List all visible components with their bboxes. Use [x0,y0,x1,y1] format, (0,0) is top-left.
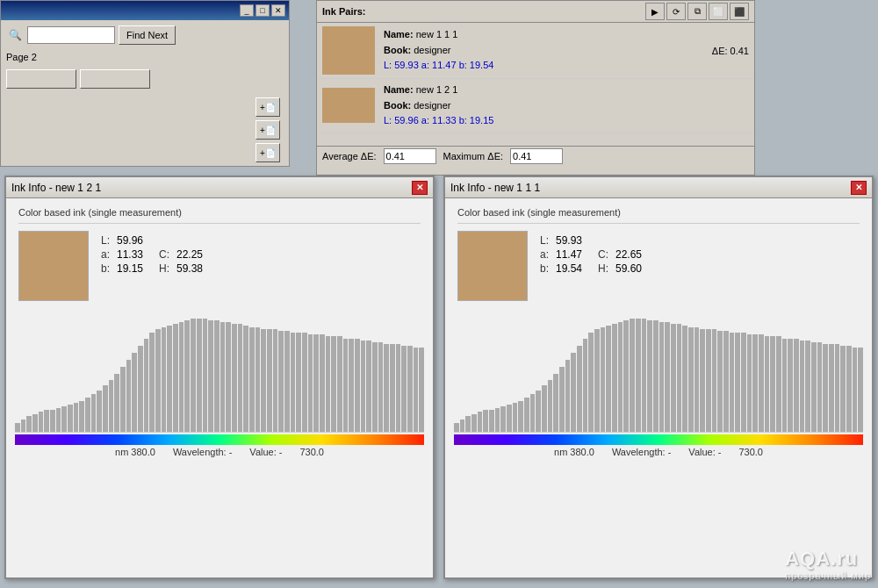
ink-info-right-values: L: 59.93 a: 11.47 C: 22.65 b: 19.54 H: 5… [540,231,651,275]
spectrum-bar [495,408,500,432]
spectrum-bar [15,423,20,432]
ink-info-right-title: Ink Info - new 1 1 1 [450,182,540,194]
spectrum-bar [659,322,665,432]
spectrum-bar [542,385,547,432]
spectrum-bar [513,403,518,432]
ink-info-right-close[interactable]: ✕ [851,181,867,195]
bg-btn-2[interactable] [80,69,150,89]
ink-info-right-titlebar: Ink Info - new 1 1 1 ✕ [445,177,872,198]
spectrum-bar [74,403,79,432]
spectrum-bar [343,339,349,432]
spectrum-bar [571,353,576,432]
spectrum-bar [465,416,471,432]
spectrum-bar [56,408,61,432]
spectrum-bar [630,319,635,432]
ink-info-right-swatch [457,231,528,301]
spectrum-bar [120,367,126,432]
ink-pairs-header: Ink Pairs: ▶ ⟳ ⧉ ⬜ ⬛ [317,1,754,23]
spectrum-bar [460,419,465,432]
a-label-left: a: [101,248,110,261]
add-icon-2[interactable]: +📄 [255,120,280,140]
maximize-btn[interactable]: □ [255,4,270,17]
b-value-right: 19.54 [556,262,591,275]
spectrum-bar [138,346,143,432]
spectrum-bar [26,416,32,432]
spectrum-bar [302,333,307,432]
spectrum-bar [155,329,161,432]
ink-info-left-swatch [18,231,89,301]
spectrum-bar [249,327,255,432]
spectrum-bar [618,322,623,432]
L-value-right: 59.93 [556,234,591,247]
spectrum-bar [765,336,770,432]
b-label-left: b: [101,262,110,275]
spectrum-bar [747,334,752,432]
bg-buttons [6,69,284,89]
spectrum-bar [91,394,97,432]
spectrum-bar [717,331,723,432]
spectrum-bar [489,410,494,432]
spectrum-bar [21,419,26,432]
L-value-left: 59.96 [117,234,152,247]
spectrum-bar [606,326,611,432]
empty3 [598,234,608,247]
ink-info-left-close[interactable]: ✕ [412,181,428,195]
spectrum-bar [588,333,594,432]
search-input[interactable] [27,26,115,44]
wavelength-row-right: nm 380.0 Wavelength: - Value: - 730.0 [454,447,863,457]
spectrum-bar [349,339,354,432]
spectrum-bar [478,412,483,432]
spectrum-bar [671,324,676,432]
spectrum-right: nm 380.0 Wavelength: - Value: - 730.0 [445,319,872,457]
minimize-btn[interactable]: _ [240,4,254,17]
add-icon-3[interactable]: +📄 [255,143,280,162]
spectrum-bar [677,324,682,432]
spectrum-bar [548,380,553,432]
spectrum-bar [267,329,272,432]
ink-row-1[interactable]: Name: new 1 1 1 Book: designer L: 59.93 … [317,23,754,79]
spectrum-bars-right [454,319,863,433]
toolbar-btn-5[interactable]: ⬛ [730,3,749,20]
spectrum-bar [805,341,810,432]
spectrum-bar [39,412,44,432]
spectrum-bar [273,329,278,432]
toolbar-btn-2[interactable]: ⟳ [666,3,686,20]
spectrum-bar [483,410,488,432]
spectrum-bar [700,329,705,432]
wavelength-label-left: Wavelength: - [173,447,232,457]
ink-info-left-body: Color based ink (single measurement) L: … [6,198,433,319]
spectrum-bar [79,401,84,432]
ink-pairs-panel: Ink Pairs: ▶ ⟳ ⧉ ⬜ ⬛ Name: new 1 1 1 Boo… [316,0,755,176]
empty2 [176,234,212,247]
spectrum-bar [653,320,658,432]
toolbar-btn-1[interactable]: ▶ [645,3,665,20]
bg-btn-1[interactable] [6,69,76,89]
spectrum-bar [226,322,231,432]
spectrum-bar [132,353,137,432]
spectrum-bar [623,320,629,432]
add-icon-1[interactable]: +📄 [255,97,280,117]
spectrum-bar [296,333,301,432]
spectrum-bar [518,401,523,432]
spectrum-bar [759,334,764,432]
spectrum-bar [103,385,108,432]
rainbow-right [454,434,863,445]
H-value-left: 59.38 [176,262,212,275]
ink-swatch-1 [322,26,375,75]
value-label-left: Value: - [249,447,282,457]
close-btn[interactable]: ✕ [271,4,285,17]
ink-info-left-measurement: L: 59.96 a: 11.33 C: 22.25 b: 19.15 H: 5… [18,231,421,301]
spectrum-bar [109,380,114,432]
bg-panel-content: 🔍 Find Next Page 2 +📄 +📄 +📄 [1,20,289,94]
toolbar-btn-3[interactable]: ⧉ [687,3,707,20]
ink-info-left-type: Color based ink (single measurement) [18,207,421,224]
find-next-button[interactable]: Find Next [119,25,176,45]
spectrum-bar [191,319,196,432]
spectrum-bar [782,339,788,432]
ink-details-2: Name: new 1 2 1 Book: designer L: 59.96 … [384,82,493,129]
spectrum-bar [97,391,102,432]
toolbar-btn-4[interactable]: ⬜ [709,3,728,20]
spectrum-bar [840,346,846,432]
ink-row-2[interactable]: Name: new 1 2 1 Book: designer L: 59.96 … [317,79,754,133]
spectrum-bar [197,319,202,432]
